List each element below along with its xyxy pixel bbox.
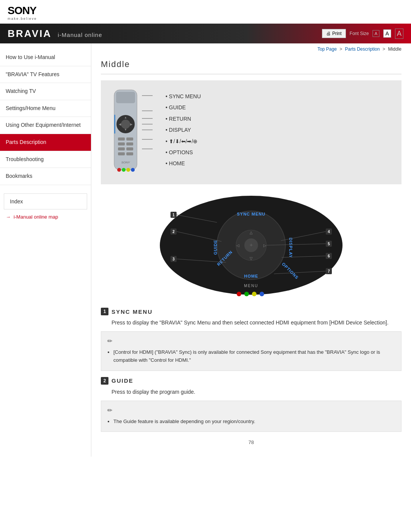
font-size-large[interactable]: A [395,29,403,39]
svg-text:HOME: HOME [244,274,258,278]
sidebar-item-settings[interactable]: Settings/Home Menu [0,100,91,117]
note-1-item: [Control for HDMI] ("BRAVIA" Sync) is on… [113,348,395,364]
svg-point-18 [117,168,121,172]
svg-point-20 [126,168,130,172]
svg-text:▶: ▶ [130,123,133,126]
svg-text:4: 4 [328,230,330,234]
sidebar: How to Use i-Manual "BRAVIA" TV Features… [0,43,91,457]
svg-text:DISPLAY: DISPLAY [288,238,293,258]
diagram-area: SYNC MENU DISPLAY GUIDE RETURN OPTIONS H… [101,192,401,299]
svg-rect-14 [126,147,133,150]
section-1-header: 1 SYNC MENU [101,308,401,315]
note-2-item: The Guide feature is available depending… [113,418,395,426]
sidebar-item-troubleshooting[interactable]: Troubleshooting [0,151,91,168]
svg-rect-1 [116,92,135,103]
svg-text:SONY: SONY [121,161,130,164]
svg-rect-9 [118,137,125,141]
label-sync-menu: • SYNC MENU [166,91,201,102]
svg-rect-16 [126,152,133,155]
sidebar-item-parts-description[interactable]: Parts Description [0,134,91,151]
section-2-num: 2 [101,377,108,385]
svg-text:GUIDE: GUIDE [213,240,218,255]
breadcrumb-sep2: > [382,46,385,52]
sidebar-item-index[interactable]: Index [4,193,87,209]
svg-text:2: 2 [172,230,175,234]
section-1-note: ✏ [Control for HDMI] ("BRAVIA" Sync) is … [101,331,401,371]
svg-text:▽: ▽ [250,256,253,260]
breadcrumb: Top Page > Parts Description > Middle [101,43,401,56]
sidebar-item-bookmarks[interactable]: Bookmarks [0,168,91,185]
svg-rect-12 [126,142,133,145]
label-return: • RETURN [166,113,201,125]
svg-rect-13 [118,147,125,150]
svg-point-3 [121,120,130,129]
brand-name: BRAVIA [8,28,52,40]
breadcrumb-sep1: > [339,46,342,52]
note-icon-2: ✏ [107,406,395,415]
remote-area: ▲ ▼ ◀ ▶ SONY [101,80,401,184]
font-size-medium[interactable]: A [383,29,391,38]
svg-text:▲: ▲ [124,116,127,119]
svg-text:◀: ◀ [119,123,121,126]
bravia-title: BRAVIA i-Manual online [8,28,102,40]
note-icon-1: ✏ [107,336,395,346]
section-2-header: 2 GUIDE [101,377,401,385]
breadcrumb-current: Middle [388,46,401,52]
svg-text:7: 7 [328,269,330,273]
svg-point-45 [237,292,241,296]
svg-point-19 [122,168,126,172]
control-diagram: SYNC MENU DISPLAY GUIDE RETURN OPTIONS H… [129,192,373,299]
sidebar-map-link[interactable]: → i-Manual online map [0,209,91,224]
svg-text:▷: ▷ [263,243,266,248]
sony-tagline: make.believe [8,17,403,21]
sidebar-item-bravia-features[interactable]: "BRAVIA" TV Features [0,66,91,83]
svg-text:▼: ▼ [124,128,127,131]
label-nav: • ⬆/⬇/⬅/➡/⊕ [166,136,201,147]
svg-rect-11 [118,142,125,145]
font-size-label: Font Size [350,31,369,36]
svg-rect-8 [114,115,115,134]
svg-text:5: 5 [328,242,330,246]
print-icon: 🖨 [326,31,331,36]
section-2-note: ✏ The Guide feature is available dependi… [101,401,401,432]
svg-text:MENU: MENU [244,284,258,288]
print-button[interactable]: 🖨 Print [322,29,346,38]
svg-rect-10 [126,137,133,141]
label-home: • HOME [166,158,201,169]
breadcrumb-top[interactable]: Top Page [317,46,337,52]
section-2-body: Press to display the program guide. [101,388,401,396]
svg-point-46 [244,292,249,296]
svg-text:+: + [250,242,253,248]
remote-illustration: ▲ ▼ ◀ ▶ SONY [108,88,143,176]
breadcrumb-parts[interactable]: Parts Description [345,46,380,52]
svg-rect-15 [118,152,125,155]
main-container: How to Use i-Manual "BRAVIA" TV Features… [0,43,411,457]
section-2-title: GUIDE [112,377,134,384]
header: SONY make.believe [0,0,411,24]
label-guide: • GUIDE [166,102,201,113]
font-size-small[interactable]: A [373,30,379,37]
sidebar-item-how-to-use[interactable]: How to Use i-Manual [0,49,91,66]
page-title: Middle [101,56,401,74]
svg-point-21 [131,168,135,172]
manual-subtitle: i-Manual online [58,32,102,38]
svg-text:6: 6 [328,254,330,258]
svg-text:◁: ◁ [236,243,239,248]
sony-logo: SONY [8,5,403,17]
bravia-controls: 🖨 Print Font Size A A A [322,29,403,39]
svg-text:1: 1 [172,213,175,217]
arrow-icon: → [6,214,11,220]
section-1-body: Press to display the "BRAVIA" Sync Menu … [101,318,401,327]
sidebar-item-using-other[interactable]: Using Other Equipment/Internet [0,117,91,134]
svg-point-48 [260,292,264,296]
page-number: 78 [101,439,401,445]
label-options: • OPTIONS [166,147,201,158]
sidebar-item-watching-tv[interactable]: Watching TV [0,83,91,100]
svg-text:△: △ [250,230,253,235]
label-display: • DISPLAY [166,125,201,136]
svg-point-47 [252,292,256,296]
section-1-num: 1 [101,308,108,315]
svg-text:3: 3 [172,257,175,261]
bravia-bar: BRAVIA i-Manual online 🖨 Print Font Size… [0,24,411,43]
callout-lines [142,88,153,176]
